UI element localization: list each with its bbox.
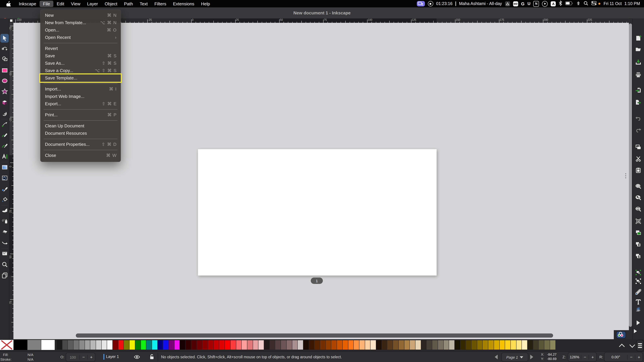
rotation-spinbox[interactable]: 0.00° − + bbox=[604, 352, 643, 362]
tool-dropper[interactable] bbox=[0, 185, 9, 193]
triangle-app-icon[interactable] bbox=[505, 1, 510, 6]
palette-swatch[interactable] bbox=[169, 340, 174, 350]
palette-swatch[interactable] bbox=[326, 340, 331, 350]
open-document-button[interactable] bbox=[632, 45, 644, 54]
layer-name[interactable]: Layer 1 bbox=[106, 355, 119, 359]
horizontal-scrollbar[interactable] bbox=[76, 334, 553, 338]
text-dialog-button[interactable] bbox=[632, 298, 644, 306]
tool-pages[interactable] bbox=[0, 271, 9, 280]
palette-swatch[interactable] bbox=[416, 340, 421, 350]
menu-item[interactable]: Document Resources bbox=[40, 130, 121, 137]
vertical-scrollbar[interactable] bbox=[629, 23, 632, 327]
show-dialogs-arrow[interactable] bbox=[632, 318, 644, 327]
palette-swatch[interactable] bbox=[197, 340, 202, 350]
menubar-clock[interactable]: 1:10 PM bbox=[624, 1, 640, 6]
ruler-corner[interactable] bbox=[9, 18, 14, 23]
tool-paint-bucket[interactable] bbox=[0, 195, 9, 204]
layers-dialog-button[interactable] bbox=[632, 305, 644, 314]
wd-app-icon[interactable]: WD bbox=[513, 1, 518, 6]
menubar-item[interactable]: Extensions bbox=[170, 0, 198, 7]
n-app-icon[interactable]: N bbox=[534, 1, 539, 6]
menu-item[interactable] bbox=[40, 119, 121, 122]
rotation-plus-button[interactable]: + bbox=[635, 355, 643, 360]
palette-swatch[interactable] bbox=[258, 340, 264, 350]
palette-scroll-up-icon[interactable] bbox=[619, 344, 625, 350]
menu-item[interactable]: Save ⌘ S bbox=[40, 52, 121, 60]
menu-item[interactable]: Close ⌘ W bbox=[40, 152, 121, 159]
palette-swatch[interactable] bbox=[343, 340, 348, 350]
dropover-icon[interactable] bbox=[576, 1, 581, 6]
save-document-button[interactable] bbox=[632, 58, 644, 67]
tool-connector[interactable] bbox=[0, 238, 9, 247]
palette-menu-button[interactable] bbox=[636, 340, 644, 351]
zoom-page-button[interactable] bbox=[632, 205, 644, 213]
palette-swatch[interactable] bbox=[152, 340, 157, 350]
opacity-minus-button[interactable]: − bbox=[80, 355, 87, 360]
palette-swatch[interactable] bbox=[516, 340, 522, 350]
swatch-gray[interactable] bbox=[28, 340, 41, 350]
menubar-item[interactable]: Layer bbox=[84, 0, 101, 7]
palette-swatch[interactable] bbox=[74, 340, 79, 350]
palette-swatch[interactable] bbox=[270, 340, 275, 350]
palette-swatch[interactable] bbox=[438, 340, 443, 350]
tool-text[interactable] bbox=[0, 152, 9, 161]
menu-item[interactable]: Document Properties... ⇧ ⌘ D bbox=[40, 141, 121, 148]
rotation-minus-button[interactable]: − bbox=[627, 355, 635, 360]
paste-button[interactable] bbox=[632, 166, 644, 175]
menu-item[interactable]: Open Recent › bbox=[40, 34, 121, 41]
palette-swatch[interactable] bbox=[365, 340, 370, 350]
palette-swatch[interactable] bbox=[449, 340, 454, 350]
palette-swatch[interactable] bbox=[113, 340, 118, 350]
palette-swatch[interactable] bbox=[174, 340, 180, 350]
menu-item[interactable] bbox=[40, 82, 121, 85]
print-button[interactable] bbox=[632, 70, 644, 79]
tool-eraser[interactable] bbox=[0, 227, 9, 236]
tool-ellipse[interactable] bbox=[0, 76, 9, 85]
menu-item[interactable] bbox=[40, 137, 121, 141]
tool-rectangle[interactable] bbox=[0, 66, 9, 75]
palette-swatch[interactable] bbox=[528, 340, 533, 350]
palette-swatch[interactable] bbox=[393, 340, 398, 350]
palette-swatch[interactable] bbox=[410, 340, 415, 350]
palette-swatch[interactable] bbox=[303, 340, 308, 350]
bluetooth-icon[interactable] bbox=[559, 1, 562, 7]
group-button[interactable] bbox=[632, 268, 644, 277]
palette-swatch[interactable] bbox=[539, 340, 544, 350]
menu-item[interactable]: Save a Copy... ⌥ ⇧ ⌘ S bbox=[40, 67, 121, 74]
menubar-item[interactable]: Object bbox=[101, 0, 121, 7]
swatch-black[interactable] bbox=[14, 340, 27, 350]
palette-swatch[interactable] bbox=[68, 340, 73, 350]
palette-swatch[interactable] bbox=[511, 340, 516, 350]
palette-swatch[interactable] bbox=[427, 340, 432, 350]
record-stop-icon[interactable] bbox=[428, 1, 433, 6]
palette-swatch[interactable] bbox=[455, 340, 460, 350]
battery-icon[interactable] bbox=[565, 1, 573, 6]
menu-item[interactable]: New ⌘ N bbox=[40, 12, 121, 19]
palette-swatch[interactable] bbox=[399, 340, 404, 350]
palette-swatch[interactable] bbox=[494, 340, 499, 350]
palette-swatch[interactable] bbox=[533, 340, 538, 350]
menu-item[interactable]: Export... ⇧ ⌘ E bbox=[40, 100, 121, 108]
undo-button[interactable] bbox=[632, 114, 644, 122]
opacity-value[interactable]: 100 bbox=[66, 355, 80, 359]
tool-shape-builder[interactable] bbox=[0, 55, 9, 63]
tool-zoom[interactable] bbox=[0, 260, 9, 269]
menu-item[interactable]: Import... ⌘ I bbox=[40, 85, 121, 93]
palette-swatch[interactable] bbox=[85, 340, 90, 350]
palette-swatch[interactable] bbox=[466, 340, 471, 350]
palette-swatch[interactable] bbox=[62, 340, 68, 350]
palette-swatch[interactable] bbox=[488, 340, 494, 350]
menu-item[interactable]: Revert bbox=[40, 45, 121, 52]
g-app-icon[interactable]: G bbox=[521, 1, 524, 6]
palette-swatch[interactable] bbox=[354, 340, 359, 350]
palette-swatch[interactable] bbox=[309, 340, 314, 350]
zoom-spinbox[interactable]: 126% − + bbox=[568, 352, 597, 362]
palette-swatch[interactable] bbox=[281, 340, 286, 350]
cut-button[interactable] bbox=[632, 155, 644, 163]
copy-button[interactable] bbox=[632, 143, 644, 152]
palette-swatch[interactable] bbox=[286, 340, 292, 350]
zoom-center-page-button[interactable] bbox=[632, 217, 644, 226]
new-document-button[interactable] bbox=[632, 34, 644, 43]
tool-selector[interactable] bbox=[0, 34, 9, 43]
palette-swatch[interactable] bbox=[460, 340, 466, 350]
